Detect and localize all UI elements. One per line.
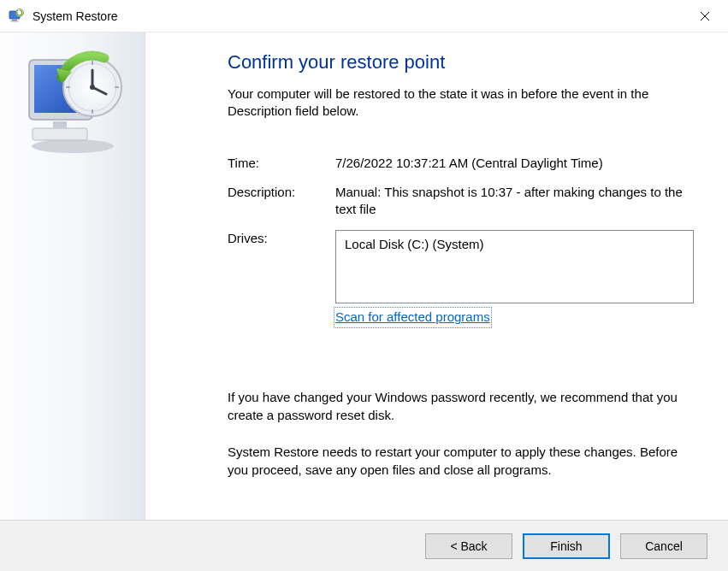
time-value: 7/26/2022 10:37:21 AM (Central Daylight … <box>335 155 694 172</box>
window-title: System Restore <box>33 9 685 23</box>
back-button[interactable]: < Back <box>425 533 512 559</box>
advisory-text: If you have changed your Windows passwor… <box>228 388 694 479</box>
close-button[interactable] <box>685 3 725 29</box>
restart-advisory: System Restore needs to restart your com… <box>228 443 694 479</box>
page-heading: Confirm your restore point <box>228 51 694 74</box>
finish-button[interactable]: Finish <box>523 533 610 559</box>
sidebar <box>0 32 145 520</box>
system-restore-icon <box>9 9 24 24</box>
svg-point-4 <box>32 139 114 153</box>
wizard-footer: < Back Finish Cancel <box>0 520 728 571</box>
wizard-body: Confirm your restore point Your computer… <box>0 32 728 520</box>
main-content: Confirm your restore point Your computer… <box>145 32 728 520</box>
cancel-button[interactable]: Cancel <box>620 533 707 559</box>
description-label: Description: <box>228 184 332 201</box>
drives-listbox[interactable]: Local Disk (C:) (System) <box>335 230 694 303</box>
titlebar: System Restore <box>0 0 728 32</box>
page-subheading: Your computer will be restored to the st… <box>228 85 694 121</box>
svg-rect-1 <box>12 20 17 21</box>
description-value: Manual: This snapshot is 10:37 - after m… <box>335 184 694 219</box>
drive-item[interactable]: Local Disk (C:) (System) <box>345 236 684 253</box>
svg-rect-5 <box>33 128 87 140</box>
scan-affected-programs-link[interactable]: Scan for affected programs <box>335 309 490 326</box>
svg-rect-6 <box>53 121 67 128</box>
restore-illustration <box>17 48 128 159</box>
svg-point-11 <box>90 85 95 90</box>
restore-info: Time: 7/26/2022 10:37:21 AM (Central Day… <box>228 155 694 327</box>
drives-label: Drives: <box>228 230 332 247</box>
password-advisory: If you have changed your Windows passwor… <box>228 388 694 424</box>
time-label: Time: <box>228 155 332 172</box>
svg-rect-2 <box>10 21 19 21</box>
